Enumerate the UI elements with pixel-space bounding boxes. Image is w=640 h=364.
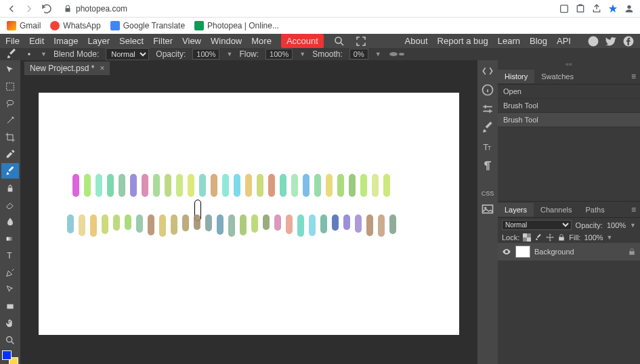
document-tab[interactable]: New Project.psd * × (24, 62, 110, 75)
canvas[interactable] (39, 93, 459, 335)
bookmark-star-icon[interactable] (607, 3, 618, 14)
paragraph-icon[interactable] (481, 159, 494, 173)
tab-swatches[interactable]: Swatches (534, 70, 580, 83)
dropdown-icon[interactable]: ▼ (299, 51, 305, 58)
reddit-icon[interactable] (587, 35, 599, 47)
path-select-tool[interactable] (1, 281, 19, 297)
menu-edit[interactable]: Edit (29, 36, 44, 46)
eyedropper-tool[interactable] (1, 146, 19, 162)
menu-about[interactable]: About (405, 36, 428, 46)
lock-transparent-icon[interactable] (523, 233, 531, 242)
layer-row[interactable]: Background (498, 243, 640, 260)
crop-tool[interactable] (1, 129, 19, 145)
install-icon[interactable] (559, 3, 570, 14)
dropdown-icon[interactable]: ▼ (630, 222, 636, 229)
blur-tool[interactable] (1, 214, 19, 229)
panel-menu-icon[interactable]: ≡ (627, 72, 640, 81)
pressure-icon[interactable] (388, 51, 407, 58)
layer-blend-select[interactable]: Normal (502, 220, 572, 230)
tab-history[interactable]: History (498, 70, 534, 83)
extension-icon[interactable] (575, 3, 586, 14)
svg-point-11 (12, 116, 14, 118)
dropdown-icon[interactable]: ▼ (375, 51, 381, 58)
close-icon[interactable]: × (100, 64, 104, 73)
menu-view[interactable]: View (182, 36, 201, 46)
menu-select[interactable]: Select (119, 36, 144, 46)
lock-all-icon[interactable] (557, 233, 566, 242)
collapse-handle[interactable]: «« (498, 60, 640, 68)
back-button[interactable] (5, 3, 18, 15)
eraser-tool[interactable] (1, 197, 19, 212)
bookmark-whatsapp[interactable]: WhatsApp (50, 21, 100, 30)
info-icon[interactable] (481, 83, 494, 97)
menu-image[interactable]: Image (54, 36, 78, 46)
blend-select[interactable]: Normal (106, 48, 149, 60)
brush-tool[interactable] (1, 163, 19, 179)
lock-image-icon[interactable] (534, 233, 542, 242)
menu-learn[interactable]: Learn (498, 36, 520, 46)
dropdown-icon[interactable]: ▼ (607, 234, 613, 241)
marquee-tool[interactable] (1, 78, 19, 94)
fill-value[interactable]: 100% (584, 233, 603, 242)
collapse-icon[interactable] (481, 64, 494, 78)
menu-window[interactable]: Window (211, 36, 242, 46)
type-tool[interactable]: T (1, 248, 19, 263)
foreground-color[interactable] (2, 350, 12, 360)
menu-account[interactable]: Account (281, 34, 324, 48)
bookmark-translate[interactable]: Google Translate (110, 21, 185, 30)
opacity-value[interactable]: 100% (192, 49, 219, 60)
share-icon[interactable] (591, 3, 602, 14)
brush-panel-icon[interactable] (481, 121, 494, 135)
address-bar[interactable]: photopea.com (58, 4, 553, 14)
menu-more[interactable]: More (251, 36, 272, 46)
color-swatch[interactable] (2, 350, 18, 364)
whatsapp-icon (50, 21, 60, 30)
brush-preset-icon[interactable] (24, 49, 34, 59)
menu-api[interactable]: API (557, 36, 571, 46)
move-tool[interactable] (1, 62, 19, 77)
adjust-icon[interactable] (481, 102, 494, 116)
history-item[interactable]: Open (498, 85, 640, 99)
brush-stroke (326, 174, 333, 197)
svg-point-2 (627, 5, 631, 8)
menu-blog[interactable]: Blog (530, 36, 547, 46)
menu-file[interactable]: File (5, 36, 20, 46)
menu-filter[interactable]: Filter (153, 36, 173, 46)
lasso-tool[interactable] (1, 95, 19, 111)
tab-paths[interactable]: Paths (579, 203, 612, 217)
profile-icon[interactable] (624, 3, 635, 14)
lock-position-icon[interactable] (546, 233, 554, 242)
layer-opacity-value[interactable]: 100% (607, 221, 626, 229)
clone-tool[interactable] (1, 180, 19, 196)
hand-tool[interactable] (1, 315, 19, 331)
reload-button[interactable] (41, 3, 53, 15)
flow-value[interactable]: 100% (265, 49, 293, 60)
menu-layer[interactable]: Layer (88, 36, 110, 46)
zoom-tool[interactable] (1, 332, 19, 348)
dropdown-icon[interactable]: ▼ (41, 51, 47, 58)
bookmark-gmail[interactable]: Gmail (7, 21, 41, 30)
gradient-tool[interactable] (1, 231, 19, 246)
forward-button[interactable] (23, 3, 35, 15)
shape-tool[interactable] (1, 298, 19, 314)
tab-channels[interactable]: Channels (534, 203, 578, 217)
history-item[interactable]: Brush Tool (498, 99, 640, 113)
character-icon[interactable]: TT (481, 140, 494, 154)
bookmark-photopea[interactable]: Photopea | Online... (194, 21, 279, 30)
svg-rect-9 (7, 83, 14, 90)
search-icon[interactable] (333, 35, 345, 47)
fullscreen-icon[interactable] (355, 35, 367, 47)
tab-layers[interactable]: Layers (498, 203, 534, 217)
smooth-value[interactable]: 0% (349, 49, 368, 60)
wand-tool[interactable] (1, 112, 19, 128)
css-label[interactable]: CSS (482, 190, 494, 197)
menu-report[interactable]: Report a bug (438, 36, 488, 46)
twitter-icon[interactable] (605, 35, 617, 47)
dropdown-icon[interactable]: ▼ (226, 51, 232, 58)
history-item[interactable]: Brush Tool (498, 113, 640, 127)
visibility-icon[interactable] (502, 247, 511, 256)
panel-menu-icon[interactable]: ≡ (627, 205, 640, 214)
image-icon[interactable] (481, 202, 494, 216)
pen-tool[interactable] (1, 265, 19, 280)
facebook-icon[interactable] (622, 35, 635, 47)
